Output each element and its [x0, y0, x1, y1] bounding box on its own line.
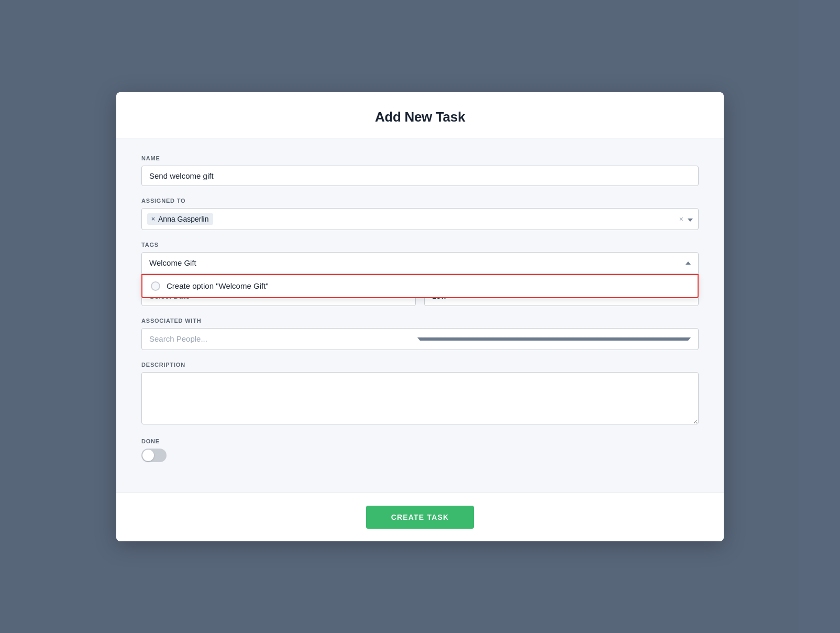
name-label: NAME — [141, 155, 699, 161]
description-field-group: DESCRIPTION — [141, 362, 699, 427]
assignee-controls: × — [679, 215, 693, 223]
create-option-item[interactable]: Create option "Welcome Gift" — [142, 275, 698, 297]
associated-with-placeholder: Search People... — [149, 334, 417, 343]
tags-dropdown: Create option "Welcome Gift" — [141, 274, 699, 298]
done-toggle-knob — [142, 450, 154, 461]
remove-assignee-button[interactable]: × — [151, 215, 155, 223]
assignee-tag: × Anna Gasperlin — [147, 213, 213, 225]
modal-body: NAME ASSIGNED TO × Anna Gasperlin × — [116, 138, 724, 493]
associated-with-field-group: ASSOCIATED WITH Search People... — [141, 318, 699, 350]
modal-header: Add New Task — [116, 92, 724, 138]
done-label: DONE — [141, 438, 699, 444]
assignee-name: Anna Gasperlin — [158, 215, 209, 223]
assignee-chevron-icon[interactable] — [688, 215, 693, 223]
tags-input[interactable] — [149, 258, 686, 267]
associated-with-chevron-icon — [417, 337, 691, 341]
tags-field-group: TAGS Create option "Welcome Gift" — [141, 242, 699, 274]
done-field-group: DONE — [141, 438, 699, 462]
create-option-label: Create option "Welcome Gift" — [167, 281, 269, 290]
tags-label: TAGS — [141, 242, 699, 248]
tags-chevron-icon — [686, 261, 691, 265]
modal-overlay: Add New Task NAME ASSIGNED TO × Anna Gas… — [0, 0, 840, 633]
assigned-to-field-group: ASSIGNED TO × Anna Gasperlin × — [141, 198, 699, 230]
done-toggle[interactable] — [141, 449, 167, 462]
tags-input-wrapper[interactable] — [141, 252, 699, 274]
clear-assignee-button[interactable]: × — [679, 215, 683, 223]
done-toggle-wrapper — [141, 449, 699, 462]
associated-with-label: ASSOCIATED WITH — [141, 318, 699, 324]
description-textarea[interactable] — [141, 372, 699, 424]
tags-container: Create option "Welcome Gift" — [141, 252, 699, 274]
name-field-group: NAME — [141, 155, 699, 186]
description-label: DESCRIPTION — [141, 362, 699, 368]
create-task-button[interactable]: CREATE TASK — [366, 506, 474, 529]
add-task-modal: Add New Task NAME ASSIGNED TO × Anna Gas… — [116, 92, 724, 541]
associated-with-input[interactable]: Search People... — [141, 328, 699, 350]
modal-footer: CREATE TASK — [116, 493, 724, 541]
name-input[interactable] — [141, 166, 699, 186]
assigned-to-input[interactable]: × Anna Gasperlin × — [141, 208, 699, 230]
create-option-radio[interactable] — [151, 281, 160, 291]
assigned-to-label: ASSIGNED TO — [141, 198, 699, 204]
modal-title: Add New Task — [141, 109, 699, 125]
